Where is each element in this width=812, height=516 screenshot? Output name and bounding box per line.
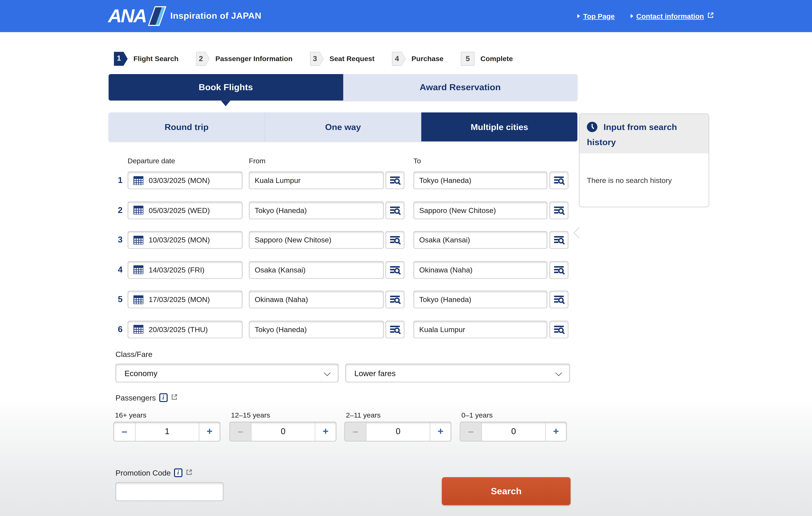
departure-date-field-2[interactable] [128,201,243,219]
departure-date-field-3[interactable] [128,231,243,249]
departure-date-field-4[interactable] [128,261,243,279]
promotion-code-input[interactable] [116,483,223,500]
to-airport-search-button-6[interactable] [549,320,569,338]
progress-steps: 1 Flight Search 2 Passenger Information … [114,52,524,66]
stepper-label: 16+ years [115,411,146,419]
list-search-icon [553,323,565,335]
from-field-3[interactable] [249,231,384,249]
top-page-link[interactable]: Top Page [577,12,615,20]
tab-round-trip[interactable]: Round trip [109,112,265,142]
from-input-3[interactable] [250,236,383,244]
to-field-1[interactable] [413,172,547,189]
departure-date-input-1[interactable] [143,176,242,184]
search-history-header: Input from search history [579,114,708,153]
external-link-icon [707,12,714,20]
to-field-5[interactable] [413,291,547,308]
to-input-1[interactable] [414,176,547,184]
chevron-down-icon [555,369,562,376]
stepper-label: 2–11 years [346,411,381,419]
to-airport-search-button-5[interactable] [549,291,569,308]
to-input-5[interactable] [414,295,547,304]
search-button[interactable]: Search [442,477,571,505]
from-airport-search-button-2[interactable] [385,201,404,219]
from-field-5[interactable] [249,291,384,308]
from-field-6[interactable] [249,320,384,338]
fare-select-value: Lower fares [354,369,396,377]
row-number: 3 [115,231,125,249]
to-input-4[interactable] [414,265,547,274]
to-field-2[interactable] [413,201,547,219]
departure-date-input-6[interactable] [143,325,242,334]
to-airport-search-button-4[interactable] [549,261,569,279]
children-minus-button: – [345,422,366,441]
tab-one-way[interactable]: One way [265,112,422,142]
young-adults-plus-button[interactable]: + [315,422,336,441]
list-search-icon [553,264,565,276]
from-airport-search-button-4[interactable] [385,261,404,279]
class-fare-label: Class/Fare [115,350,152,359]
contact-information-link[interactable]: Contact information [631,12,714,20]
row-number: 4 [115,261,125,279]
promotion-code-field[interactable] [115,482,224,501]
list-search-icon [553,175,565,186]
from-input-5[interactable] [250,295,383,304]
ana-logo-slash-icon [148,6,167,26]
header-links: Top Page Contact information [577,0,714,32]
to-airport-search-button-3[interactable] [549,231,569,249]
to-field-4[interactable] [413,261,547,279]
departure-date-field-6[interactable] [128,320,243,338]
list-search-icon [389,264,401,276]
from-input-4[interactable] [250,265,383,274]
departure-date-input-3[interactable] [143,236,242,244]
departure-date-input-4[interactable] [143,265,242,274]
stepper-adults: 16+ years – 1 + [113,422,221,441]
to-airport-search-button-2[interactable] [549,201,569,219]
to-input-3[interactable] [414,236,547,244]
tab-multiple-cities[interactable]: Multiple cities [422,112,577,142]
tab-award-reservation[interactable]: Award Reservation [343,74,577,101]
clock-icon [587,124,600,134]
from-airport-search-button-3[interactable] [385,231,404,249]
from-input-6[interactable] [250,325,383,334]
infants-plus-button[interactable]: + [545,422,566,441]
to-field-6[interactable] [413,320,547,338]
adults-plus-button[interactable]: + [199,422,220,441]
to-input-6[interactable] [414,325,547,334]
from-airport-search-button-1[interactable] [385,172,404,189]
from-airport-search-button-5[interactable] [385,291,404,308]
list-search-icon [389,234,401,246]
column-header-from: From [249,157,265,165]
from-field-1[interactable] [249,172,384,189]
to-field-3[interactable] [413,231,547,249]
fare-select[interactable]: Lower fares [345,364,570,382]
from-airport-search-button-6[interactable] [385,320,404,338]
young-adults-minus-button: – [230,422,252,441]
calendar-icon [133,295,143,304]
adults-minus-button[interactable]: – [114,422,136,441]
external-link-icon [171,394,177,402]
row-number: 1 [115,172,125,189]
from-input-1[interactable] [250,176,383,184]
from-field-4[interactable] [249,261,384,279]
to-input-2[interactable] [414,206,547,214]
departure-date-field-5[interactable] [128,291,243,308]
step-purchase: 4 Purchase [392,52,443,66]
tab-book-flights[interactable]: Book Flights [109,74,343,101]
departure-date-input-2[interactable] [143,206,242,214]
info-icon[interactable]: i [159,393,168,402]
from-field-2[interactable] [249,201,384,219]
young-adults-count: 0 [252,422,315,441]
column-header-to: To [413,157,421,165]
departure-date-input-5[interactable] [143,295,242,304]
column-header-departure-date: Departure date [128,157,175,165]
ana-booking-page: ANA Inspiration of JAPAN Top Page Contac… [0,0,812,516]
class-select[interactable]: Economy [115,364,339,382]
children-plus-button[interactable]: + [430,422,451,441]
info-icon[interactable]: i [174,468,182,477]
calendar-icon [133,265,143,274]
to-airport-search-button-1[interactable] [549,172,569,189]
step-complete: 5 Complete [461,52,513,66]
departure-date-field-1[interactable] [128,172,243,189]
step-flight-search: 1 Flight Search [114,52,178,66]
from-input-2[interactable] [250,206,383,214]
